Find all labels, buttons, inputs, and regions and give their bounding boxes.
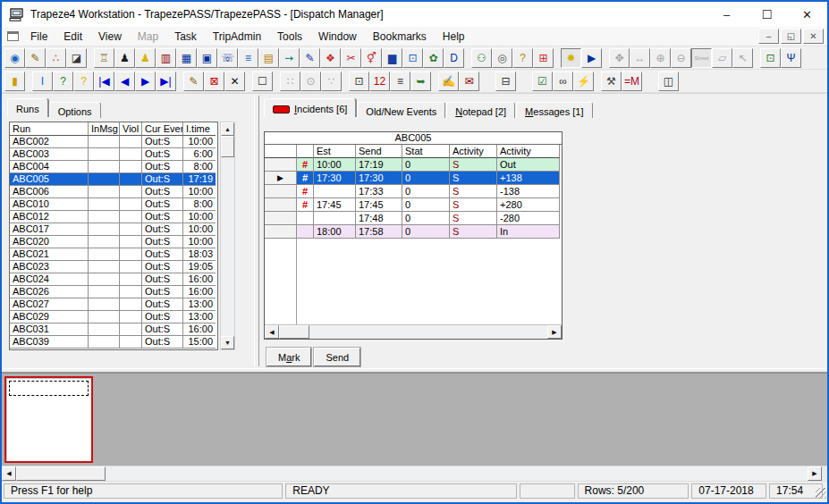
vehicle-query-icon[interactable]: ? [512,48,533,68]
mdi-minimize-button[interactable]: – [758,29,779,44]
mdi-restore-button[interactable]: ◱ [781,29,801,44]
incident-row[interactable]: 18:00 17:58 0 S In [265,225,562,239]
scroll-right-icon[interactable]: ▶ [547,325,562,339]
equals-m-icon[interactable]: =M [622,71,642,91]
runs-column-header[interactable]: Viol [120,122,142,136]
nav-prev-icon[interactable]: ◀ [114,71,135,91]
map-edit-icon[interactable]: ◪ [66,48,87,68]
tab-messages[interactable]: Messages [1] [516,102,592,118]
incident-column-header[interactable] [297,145,314,158]
incident-column-header[interactable]: Send [356,145,402,158]
menu-tripadmin[interactable]: TripAdmin [205,29,269,45]
run-row[interactable]: ABC027 Out:S 13:00 [10,298,217,311]
mark-button[interactable]: Mark [266,348,311,366]
vehicle-person-icon[interactable]: ⊞ [533,48,554,68]
letter-d-icon[interactable]: D [444,48,464,68]
avl-status-icon[interactable]: ⊡ [349,71,369,91]
schedule-cards-icon[interactable]: ▤ [258,48,279,68]
scroll-up-icon[interactable]: ▲ [221,122,234,136]
run-row[interactable]: ABC024 Out:S 16:00 [10,273,217,286]
link-icon[interactable]: ∞ [553,71,573,91]
incident-row[interactable]: # 17:45 17:45 0 S +280 [265,198,562,212]
scatter-edit-icon[interactable]: ∴ [46,48,66,68]
runs-column-header[interactable]: InMsg [89,122,120,136]
incident-column-header[interactable]: Est [314,145,356,158]
options-dots-icon[interactable]: ∷ [280,71,300,91]
print-icon[interactable]: ⊟ [495,71,516,91]
trace-person-icon[interactable]: ⚇ [471,48,492,68]
run-row[interactable]: ABC039 Out:S 15:00 [10,336,217,349]
run-row[interactable]: ABC023 Out:S 19:05 [10,261,217,273]
blocks-icon[interactable]: ❖ [320,48,341,68]
mdi-close-button[interactable]: ✕ [803,29,824,44]
checklist-icon[interactable]: ☑ [532,71,553,91]
run-row[interactable]: ABC004 Out:S 8:00 [10,161,217,173]
incident-column-header[interactable]: Activity [497,145,560,158]
tab-notepad[interactable]: Notepad [2] [446,102,515,118]
pan-move-icon[interactable]: ✥ [609,48,630,68]
manual-icon[interactable]: ◫ [658,71,679,91]
pointer-icon[interactable]: ↖ [732,48,753,68]
tab-runs[interactable]: Runs [7,98,48,117]
cancel-incident-icon[interactable]: ⊠ [204,71,224,91]
zoom-out-icon[interactable]: ⊖ [671,48,691,68]
run-row[interactable]: ABC003 Out:S 6:00 [10,148,217,161]
incident-row[interactable]: # 10:00 17:19 0 S Out [265,158,562,172]
menu-help[interactable]: Help [435,29,473,45]
incident-row[interactable]: 17:48 0 S -280 [265,212,562,225]
menu-view[interactable]: View [90,29,130,45]
window-maximize-button[interactable]: ☐ [747,2,787,27]
incident-column-header[interactable] [265,145,297,158]
scroll-right-icon[interactable]: ▶ [808,466,822,481]
scrollbar-thumb[interactable] [16,466,106,481]
runs-column-header[interactable]: Cur Event [142,122,183,136]
zoom-in-icon[interactable]: ⊕ [650,48,671,68]
run-row[interactable]: ABC006 Out:S 10:00 [10,186,217,198]
clock-12-icon[interactable]: 12 [369,71,390,91]
run-row[interactable]: ABC020 Out:S 10:00 [10,236,217,248]
nav-last-icon[interactable]: ▶| [156,71,176,91]
measure-icon[interactable]: ↔ [630,48,650,68]
tab-options[interactable]: Options [49,102,101,118]
clients-icon[interactable]: ⚥ [361,48,382,68]
resize-grip[interactable] [816,488,826,499]
mdi-child-icon[interactable] [7,31,19,41]
vehicle-comm-icon[interactable]: Ψ [781,48,801,68]
help-icon[interactable]: ? [73,71,94,91]
bank-icon[interactable]: ♖ [94,48,114,68]
link-broken-icon[interactable]: ⚡ [573,71,594,91]
window-minimize-button[interactable]: – [706,2,747,27]
new-document-icon[interactable]: ☐ [252,71,273,91]
world-icon[interactable]: ◉ [4,48,25,68]
vehicles-icon[interactable]: ▦ [176,48,197,68]
edit-icon[interactable]: ✎ [183,71,204,91]
locate-person-icon[interactable]: ◎ [492,48,512,68]
scrollbar-thumb[interactable] [221,136,234,157]
cut-trips-icon[interactable]: ✂ [341,48,361,68]
scroll-left-icon[interactable]: ◀ [2,466,16,481]
runs-column-header[interactable]: Run [10,122,89,136]
pushpin-icon[interactable]: ✸ [561,48,581,68]
delete-icon[interactable]: ✕ [224,71,245,91]
nav-first-icon[interactable]: |◀ [94,71,114,91]
scrollbar-track[interactable] [106,466,808,481]
footprints-icon[interactable]: ∵ [321,71,342,91]
menu-tools[interactable]: Tools [269,29,310,45]
exit-door-icon[interactable]: ▮ [4,71,25,91]
vehicle-stop-icon[interactable]: ▣ [197,48,217,68]
avl-monitor-icon[interactable]: ⊡ [760,48,781,68]
menu-window[interactable]: Window [310,29,365,45]
find-icon[interactable]: ⊙ [300,71,321,91]
send-button[interactable]: Send [314,348,360,366]
nav-next-icon[interactable]: ▶ [135,71,156,91]
map-thumbnail-box[interactable] [4,376,93,463]
driver-yellow-icon[interactable]: ♟ [135,48,156,68]
street-view-icon[interactable]: Street [691,48,712,68]
route-draw-icon[interactable]: ✎ [300,48,320,68]
no-show-icon[interactable]: ✍ [438,71,459,91]
incident-column-header[interactable]: Activity [450,145,497,158]
run-row[interactable]: ABC026 Out:S 16:00 [10,286,217,298]
scrollbar-track[interactable] [309,325,547,339]
trip-list-icon[interactable]: ≡ [238,48,258,68]
times-list-icon[interactable]: ≡ [390,71,410,91]
